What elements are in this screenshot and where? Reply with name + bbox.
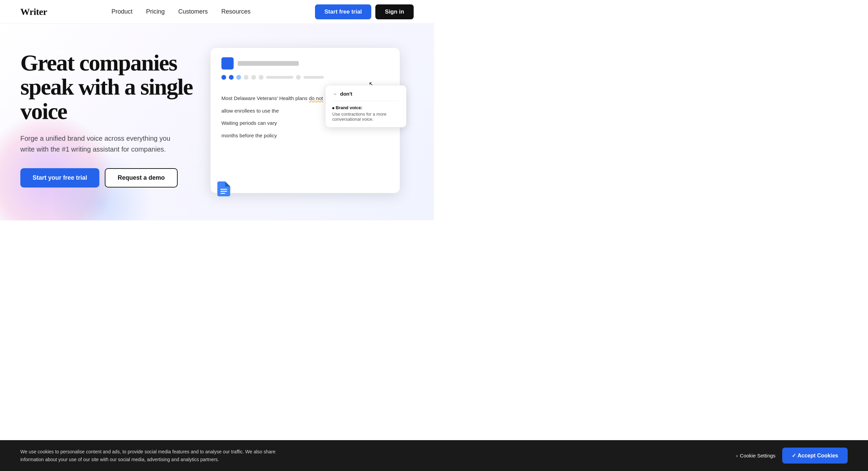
- mockup-dot-7: [296, 75, 301, 80]
- suggestion-word: don't: [340, 91, 352, 97]
- nav-link-pricing[interactable]: Pricing: [146, 8, 165, 15]
- svg-rect-2: [220, 193, 225, 194]
- hero-subtitle: Forge a unified brand voice across every…: [20, 133, 183, 155]
- nav-link-customers[interactable]: Customers: [178, 8, 208, 15]
- suggestion-popup: don't Brand voice: Use contractions for …: [325, 85, 407, 127]
- hero-left: Great companies speak with a single voic…: [20, 44, 197, 188]
- hero-title: Great companies speak with a single voic…: [20, 51, 197, 123]
- hero-buttons: Start your free trial Request a demo: [20, 168, 197, 188]
- brand-voice-dot: [332, 107, 334, 109]
- mockup-blue-icon: [221, 57, 234, 70]
- brand-voice-text: Use contractions for a more conversation…: [332, 112, 387, 122]
- nav-link-product[interactable]: Product: [112, 8, 133, 15]
- suggestion-brand-voice: Brand voice: Use contractions for a more…: [332, 105, 399, 122]
- svg-rect-1: [220, 191, 227, 192]
- nav-links: Product Pricing Customers Resources: [112, 8, 251, 15]
- brand-voice-label: Brand voice:: [332, 105, 399, 110]
- hero-right: Most Delaware Veterans' Health plans do …: [197, 44, 414, 193]
- mockup-dot-4: [244, 75, 249, 80]
- google-docs-icon: [217, 181, 230, 196]
- mockup-dots-row: [221, 75, 389, 80]
- suggestion-replacement[interactable]: don't: [332, 91, 399, 101]
- mockup-dot-2: [229, 75, 234, 80]
- mockup-bar-1: [266, 76, 293, 79]
- request-demo-button[interactable]: Request a demo: [105, 168, 178, 188]
- mockup-header: [221, 57, 389, 70]
- mockup-underline-text: do not: [309, 95, 323, 101]
- mockup-dot-1: [221, 75, 226, 80]
- mockup-card: Most Delaware Veterans' Health plans do …: [210, 47, 400, 193]
- navbar: Writer Product Pricing Customers Resourc…: [0, 0, 434, 24]
- start-free-trial-hero-button[interactable]: Start your free trial: [20, 168, 99, 188]
- nav-actions: Start free trial Sign in: [315, 4, 414, 19]
- mockup-dot-6: [259, 75, 263, 80]
- start-free-trial-button[interactable]: Start free trial: [315, 4, 372, 19]
- sign-in-button[interactable]: Sign in: [375, 4, 414, 19]
- mockup-text-4: months before the policy: [221, 132, 389, 140]
- nav-link-resources[interactable]: Resources: [221, 8, 251, 15]
- svg-rect-0: [220, 189, 227, 190]
- logo: Writer: [20, 6, 47, 17]
- mockup-dot-5: [251, 75, 256, 80]
- mockup-title-bar: [238, 61, 299, 66]
- mockup-dot-3: [236, 75, 241, 80]
- mockup-bar-2: [303, 76, 324, 79]
- hero-section: Great companies speak with a single voic…: [0, 24, 434, 220]
